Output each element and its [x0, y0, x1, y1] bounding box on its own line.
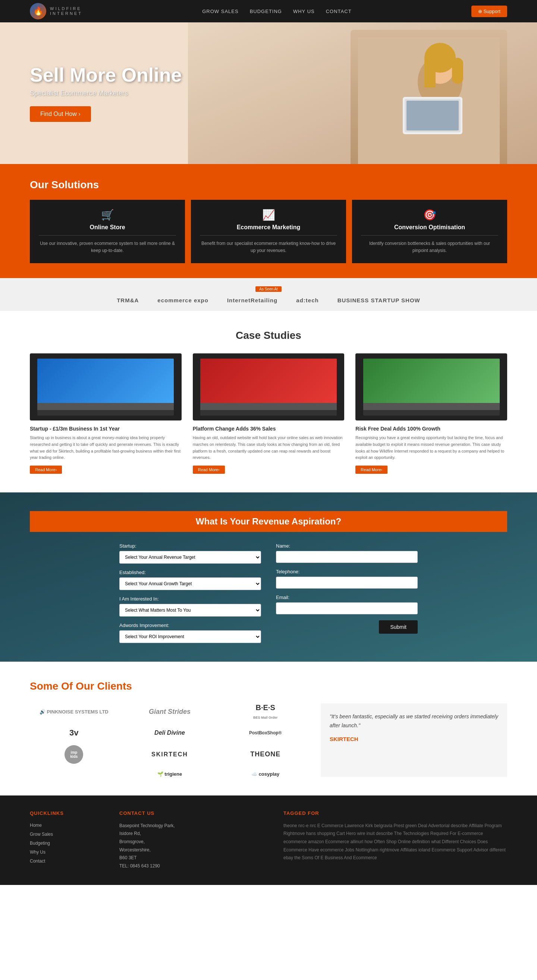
- name-label: Name:: [276, 543, 417, 549]
- footer-link-budgeting[interactable]: Budgeting: [30, 841, 50, 846]
- adwords-select[interactable]: Select Your ROI Improvement: [120, 630, 261, 643]
- nav-budgeting[interactable]: BUDGETING: [250, 9, 282, 14]
- logo-icon: 🔥: [30, 3, 46, 19]
- case-study-2: Risk Free Deal Adds 100% Growth Recognis…: [355, 353, 507, 473]
- case-study-desc-2: Recognising you have a great existing op…: [355, 434, 507, 461]
- adwords-label: Adwords Improvement:: [120, 622, 261, 628]
- email-label: Email:: [276, 595, 417, 600]
- hero-subtitle: Specialist Ecommerce Marketers: [30, 89, 182, 97]
- client-cosyplay: ☁️ cosyplay: [221, 771, 309, 777]
- client-bes: B·E·SBES Mail Order: [221, 703, 309, 721]
- nav-links: GROW SALES BUDGETING WHY US CONTACT: [202, 8, 351, 14]
- client-impkids: impkids: [65, 745, 83, 764]
- nav-why-us[interactable]: WHY US: [293, 9, 315, 14]
- footer: QUICKLINKS Home Grow Sales Budgeting Why…: [0, 795, 537, 885]
- svg-rect-5: [452, 58, 463, 84]
- interested-select[interactable]: Select What Matters Most To You: [120, 604, 261, 617]
- footer-tagged: TAGGED FOR theone nrc-e nrc E Commerce L…: [284, 810, 507, 870]
- case-study-img-0: [30, 353, 182, 420]
- solutions-section: Our Solutions 🛒 Online Store Use our inn…: [0, 164, 537, 278]
- solution-desc-1: Benefit from our specialist ecommerce ma…: [200, 240, 337, 254]
- solution-title-1: Ecommerce Marketing: [237, 224, 301, 231]
- contact-address: Basepoint Technology Park, Isidore Rd, B…: [120, 822, 269, 870]
- case-study-title-1: Platform Change Adds 36% Sales: [193, 426, 344, 432]
- case-study-desc-1: Having an old, outdated website will hol…: [193, 434, 344, 461]
- revenue-section: What Is Your Revenue Aspiration? Startup…: [0, 492, 537, 662]
- solution-desc-2: Identify conversion bottlenecks & sales …: [361, 240, 498, 254]
- submit-button[interactable]: Submit: [379, 620, 417, 634]
- navbar: 🔥 WILDFIRE INTERNET GROW SALES BUDGETING…: [0, 0, 537, 22]
- nav-contact[interactable]: CONTACT: [326, 9, 352, 14]
- clients-heading: Some Of Our Clients: [30, 680, 507, 692]
- case-study-title-0: Startup - £1/3m Business In 1st Year: [30, 426, 182, 432]
- footer-contact: CONTACT US Basepoint Technology Park, Is…: [120, 810, 269, 870]
- name-input[interactable]: [276, 551, 417, 563]
- hero-content: Sell More Online Specialist Ecommerce Ma…: [30, 65, 182, 122]
- clients-layout: 🔊 PINKNOISE SYSTEMS LTD Giant Strides B·…: [30, 703, 507, 777]
- support-button[interactable]: ⊕ Support: [472, 6, 507, 17]
- hero-image: [351, 30, 507, 164]
- logo-adtech: ad:tech: [296, 297, 319, 304]
- as-seen-badge: As Seen At: [255, 286, 281, 292]
- established-select[interactable]: Select Your Annual Growth Target: [120, 578, 261, 590]
- adwords-group: Adwords Improvement: Select Your ROI Imp…: [120, 622, 261, 643]
- footer-grid: QUICKLINKS Home Grow Sales Budgeting Why…: [30, 810, 507, 870]
- client-trigiene: 🌱 trigiene: [126, 771, 214, 777]
- clients-section: Some Of Our Clients 🔊 PINKNOISE SYSTEMS …: [0, 662, 537, 795]
- quote-text: "It's been fantastic, especially as we s…: [330, 713, 498, 729]
- solution-card-ecommerce-marketing: 📈 Ecommerce Marketing Benefit from our s…: [191, 200, 346, 263]
- read-more-btn-2[interactable]: Read More›: [355, 466, 387, 474]
- quicklinks-list: Home Grow Sales Budgeting Why Us Contact: [30, 822, 104, 864]
- solutions-heading: Our Solutions: [30, 179, 507, 191]
- logo-text: WILDFIRE INTERNET: [50, 6, 83, 16]
- hero-title: Sell More Online: [30, 65, 182, 86]
- form-right: Name: Telephone: Email: Submit: [276, 543, 417, 643]
- footer-link-contact[interactable]: Contact: [30, 859, 45, 864]
- case-study-img-2: [355, 353, 507, 420]
- logo-internet-retailing: InternetRetailing: [227, 297, 277, 304]
- email-group: Email:: [276, 595, 417, 614]
- case-studies-section: Case Studies Startup - £1/3m Business In…: [0, 311, 537, 492]
- logo-trmea: TRM&A: [117, 297, 139, 304]
- nav-grow-sales[interactable]: GROW SALES: [202, 9, 238, 14]
- revenue-form: Startup: Select Your Annual Revenue Targ…: [120, 543, 417, 643]
- clients-quote: "It's been fantastic, especially as we s…: [321, 703, 507, 777]
- interested-label: I Am Interested In:: [120, 596, 261, 601]
- footer-quicklinks: QUICKLINKS Home Grow Sales Budgeting Why…: [30, 810, 104, 870]
- as-seen-logos: TRM&A ecommerce expo InternetRetailing a…: [30, 297, 507, 304]
- submit-container: Submit: [276, 620, 417, 634]
- quote-author: SKIRTECH: [330, 734, 498, 744]
- client-postboxshop: PostBoxShop®: [221, 730, 309, 735]
- startup-select[interactable]: Select Your Annual Revenue Target: [120, 551, 261, 564]
- tagged-heading: TAGGED FOR: [284, 810, 507, 816]
- tagged-text: theone nrc-e nrc E Commerce Lawrence Kir…: [284, 822, 507, 862]
- case-studies-grid: Startup - £1/3m Business In 1st Year Sta…: [30, 353, 507, 473]
- name-group: Name:: [276, 543, 417, 563]
- solution-title-0: Online Store: [89, 224, 125, 231]
- svg-rect-4: [424, 58, 435, 88]
- read-more-btn-1[interactable]: Read More›: [193, 466, 225, 474]
- chart-icon: 📈: [200, 209, 337, 221]
- case-study-1: Platform Change Adds 36% Sales Having an…: [193, 353, 344, 473]
- client-skirtech: SKIRTECH: [126, 751, 214, 758]
- established-group: Established: Select Your Annual Growth T…: [120, 570, 261, 590]
- footer-link-home[interactable]: Home: [30, 823, 42, 828]
- footer-link-grow-sales[interactable]: Grow Sales: [30, 832, 53, 837]
- solution-desc-0: Use our innovative, proven ecommerce sys…: [39, 240, 176, 254]
- hero-section: Sell More Online Specialist Ecommerce Ma…: [0, 22, 537, 164]
- hero-cta-button[interactable]: Find Out How ›: [30, 106, 91, 122]
- startup-label: Startup:: [120, 543, 261, 549]
- solutions-cards: 🛒 Online Store Use our innovative, prove…: [30, 200, 507, 263]
- logo[interactable]: 🔥 WILDFIRE INTERNET: [30, 3, 83, 19]
- telephone-label: Telephone:: [276, 569, 417, 574]
- email-input[interactable]: [276, 602, 417, 614]
- svg-rect-8: [406, 101, 459, 130]
- read-more-btn-0[interactable]: Read More›: [30, 466, 62, 474]
- client-giant-strides: Giant Strides: [126, 708, 214, 716]
- form-left: Startup: Select Your Annual Revenue Targ…: [120, 543, 261, 643]
- startup-group: Startup: Select Your Annual Revenue Targ…: [120, 543, 261, 564]
- logo-ecommerce-expo: ecommerce expo: [158, 297, 209, 304]
- telephone-input[interactable]: [276, 577, 417, 589]
- footer-link-why-us[interactable]: Why Us: [30, 850, 46, 855]
- case-studies-heading: Case Studies: [30, 329, 507, 342]
